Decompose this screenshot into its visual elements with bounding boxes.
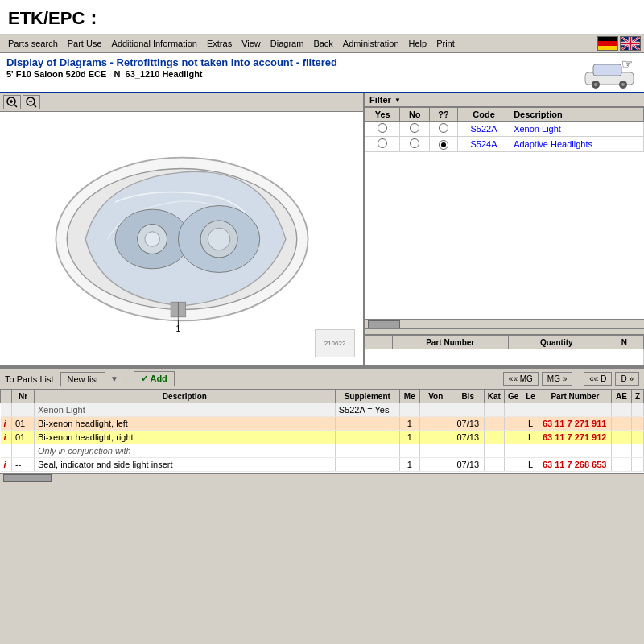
nav-d-prev-button[interactable]: «« D xyxy=(584,372,612,386)
nr-cell: -- xyxy=(12,458,35,472)
splitter[interactable]: · · · xyxy=(365,328,644,335)
filter-col-qq: ?? xyxy=(430,108,458,122)
svg-text:☞: ☞ xyxy=(621,57,633,71)
svg-point-22 xyxy=(208,228,230,250)
header-title: Display of Diagrams - Retrofittings not … xyxy=(6,56,337,68)
ge-cell xyxy=(504,458,522,472)
svg-line-14 xyxy=(34,105,36,107)
supp-cell xyxy=(335,458,399,472)
menu-print[interactable]: Print xyxy=(431,37,460,50)
header-car-icon: ☞ xyxy=(573,56,638,89)
ge-cell xyxy=(504,444,522,458)
filter-col-desc: Description xyxy=(510,108,644,122)
svg-point-5 xyxy=(594,83,597,86)
dropdown-arrow-icon[interactable]: ▼ xyxy=(110,374,118,383)
main-content: 1 210622 Filter ▼ Yes No ?? Code xyxy=(0,93,644,367)
menu-view[interactable]: View xyxy=(237,37,266,50)
menu-extras[interactable]: Extras xyxy=(202,37,237,50)
ae-cell xyxy=(611,444,631,458)
svg-point-20 xyxy=(144,231,159,246)
le-cell: L xyxy=(522,431,539,444)
filter-desc-2[interactable]: Adaptive Headlights xyxy=(510,137,644,152)
filter-code-1[interactable]: S522A xyxy=(457,122,510,137)
von-cell xyxy=(419,458,452,472)
flag-de[interactable] xyxy=(597,36,618,51)
desc-cell: Xenon Light xyxy=(35,403,336,417)
me-cell: 1 xyxy=(399,431,419,444)
filter-panel: Filter ▼ Yes No ?? Code Description xyxy=(365,93,644,328)
menu-back[interactable]: Back xyxy=(308,37,337,50)
filter-dropdown-arrow[interactable]: ▼ xyxy=(394,97,401,104)
zoom-out-button[interactable] xyxy=(23,95,40,109)
parts-sub-col-icon xyxy=(365,336,393,349)
parts-list-row-2[interactable]: i01Bi-xenon headlight, right107/13L63 11… xyxy=(1,431,644,444)
parts-sub-col-n: N xyxy=(605,336,643,349)
parts-list-row-1[interactable]: i01Bi-xenon headlight, left107/13L63 11 … xyxy=(1,417,644,431)
filter-desc-1[interactable]: Xenon Light xyxy=(510,122,644,137)
menu-additional-info[interactable]: Additional Information xyxy=(107,37,202,50)
icon-cell: i xyxy=(1,417,12,431)
filter-code-2[interactable]: S524A xyxy=(457,137,510,152)
kat-cell xyxy=(484,444,504,458)
von-cell xyxy=(419,417,452,431)
parts-list-scrollbar[interactable] xyxy=(0,473,644,483)
filter-yes-radio-2[interactable] xyxy=(378,138,387,148)
nav-mg-next-button[interactable]: MG » xyxy=(542,372,572,386)
col-partnum: Part Number xyxy=(539,390,611,403)
new-list-button[interactable]: New list xyxy=(60,372,106,386)
filter-qq-radio-1[interactable] xyxy=(439,123,448,133)
partnum-cell xyxy=(539,403,611,417)
z-cell xyxy=(631,403,643,417)
menu-parts-search[interactable]: Parts search xyxy=(3,37,63,50)
supp-cell xyxy=(335,417,399,431)
col-ae: AE xyxy=(611,390,631,403)
add-button[interactable]: ✓ Add xyxy=(134,371,175,386)
flag-gb[interactable] xyxy=(620,36,641,51)
filter-label: Filter xyxy=(369,95,391,105)
zoom-in-button[interactable] xyxy=(3,95,21,109)
parts-list-row-0[interactable]: Xenon LightS522A = Yes xyxy=(1,403,644,417)
filter-row-1: S522A Xenon Light xyxy=(365,122,644,137)
filter-yes-radio-1[interactable] xyxy=(378,123,387,133)
partnum-cell xyxy=(539,444,611,458)
parts-list-table: Nr Description Supplement Me Von Bis Kat… xyxy=(0,390,644,472)
z-cell xyxy=(631,444,643,458)
partnum-cell: 63 11 7 271 911 xyxy=(539,417,611,431)
bottom-toolbar: To Parts List New list ▼ | ✓ Add «« MG M… xyxy=(0,369,644,390)
me-cell: 1 xyxy=(399,417,419,431)
z-cell xyxy=(631,431,643,444)
parts-list-container[interactable]: Nr Description Supplement Me Von Bis Kat… xyxy=(0,390,644,472)
le-cell: L xyxy=(522,417,539,431)
col-z: Z xyxy=(631,390,643,403)
menu-administration[interactable]: Administration xyxy=(338,37,404,50)
menu-part-use[interactable]: Part Use xyxy=(63,37,107,50)
menu-help[interactable]: Help xyxy=(404,37,432,50)
filter-no-radio-2[interactable] xyxy=(410,138,419,148)
nav-mg-prev-button[interactable]: «« MG xyxy=(503,372,539,386)
nav-d-next-button[interactable]: D » xyxy=(615,372,639,386)
icon-cell xyxy=(1,444,12,458)
svg-line-11 xyxy=(14,105,17,107)
menu-diagram[interactable]: Diagram xyxy=(266,37,309,50)
parts-list-row-4[interactable]: i--Seal, indicator and side light insert… xyxy=(1,458,644,472)
kat-cell xyxy=(484,417,504,431)
parts-list-row-3[interactable]: Only in conjunction with xyxy=(1,444,644,458)
filter-no-radio-1[interactable] xyxy=(410,123,419,133)
ge-cell xyxy=(504,417,522,431)
filter-qq-radio-2[interactable] xyxy=(439,140,448,150)
icon-cell: i xyxy=(1,431,12,444)
bis-cell: 07/13 xyxy=(452,431,484,444)
me-cell xyxy=(399,403,419,417)
to-parts-list-label: To Parts List xyxy=(5,374,54,384)
bottom-area: To Parts List New list ▼ | ✓ Add «« MG M… xyxy=(0,367,644,483)
filter-scrollbar[interactable] xyxy=(365,319,644,328)
desc-cell: Bi-xenon headlight, left xyxy=(35,417,336,431)
ae-cell xyxy=(611,417,631,431)
col-bis: Bis xyxy=(452,390,484,403)
col-desc: Description xyxy=(35,390,336,403)
diagram-watermark: 210622 xyxy=(315,329,355,357)
parts-sub-panel: Part Number Quantity N xyxy=(365,335,644,365)
svg-rect-2 xyxy=(593,64,621,76)
filter-header: Filter ▼ xyxy=(365,93,644,107)
von-cell xyxy=(419,431,452,444)
